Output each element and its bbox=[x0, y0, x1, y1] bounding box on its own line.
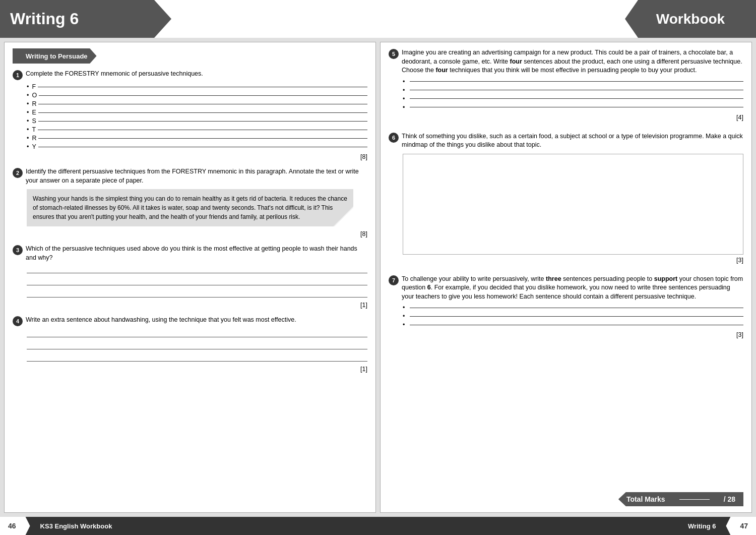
section-title: Writing to Persuade bbox=[26, 52, 88, 60]
workbook-label: Workbook bbox=[656, 11, 725, 27]
answer-line[interactable] bbox=[27, 277, 367, 285]
q1-letters: F O R E S T R Y bbox=[27, 83, 367, 150]
total-marks-label: Total Marks bbox=[626, 495, 665, 503]
footer-label-right: Writing 6 bbox=[678, 517, 726, 535]
list-item bbox=[403, 87, 743, 94]
q7-bullets bbox=[403, 304, 743, 328]
footer: 46 KS3 English Workbook Writing 6 47 bbox=[0, 517, 756, 535]
mindmap-box[interactable] bbox=[403, 154, 743, 255]
passage-box: Washing your hands is the simplest thing… bbox=[27, 189, 353, 226]
q6-number: 6 bbox=[389, 133, 399, 143]
answer-line[interactable] bbox=[27, 341, 367, 349]
list-item: T bbox=[27, 126, 367, 133]
header: Writing 6 Workbook bbox=[0, 0, 756, 38]
section-header: Writing to Persuade bbox=[13, 48, 367, 64]
footer-page-right: 47 bbox=[726, 517, 756, 535]
header-left: Writing 6 bbox=[0, 0, 171, 38]
q4-marks: [1] bbox=[360, 366, 367, 373]
right-panel: 5 Imagine you are creating an advertisin… bbox=[380, 42, 752, 513]
page-curl-icon bbox=[333, 206, 353, 226]
question-7: 7 To challenge your ability to write per… bbox=[389, 275, 743, 343]
question-5: 5 Imagine you are creating an advertisin… bbox=[389, 48, 743, 125]
q7-number: 7 bbox=[389, 275, 399, 285]
q4-answer-area[interactable] bbox=[27, 329, 367, 362]
header-title-shape: Writing 6 bbox=[0, 0, 171, 38]
answer-line[interactable] bbox=[27, 289, 367, 298]
list-item: R bbox=[27, 135, 367, 142]
list-item: Y bbox=[27, 143, 367, 150]
q6-text: Think of something you dislike, such as … bbox=[402, 132, 743, 150]
footer-label-left: KS3 English Workbook bbox=[30, 517, 122, 535]
list-item bbox=[403, 313, 743, 320]
section-header-shape: Writing to Persuade bbox=[13, 48, 97, 64]
q1-marks: [8] bbox=[360, 153, 367, 160]
list-item bbox=[403, 321, 743, 328]
list-item bbox=[403, 304, 743, 311]
q1-number: 1 bbox=[13, 70, 23, 80]
left-panel: Writing to Persuade 1 Complete the FORES… bbox=[4, 42, 376, 513]
footer-page-left: 46 bbox=[0, 517, 30, 535]
page-title: Writing 6 bbox=[10, 10, 79, 28]
q5-text: Imagine you are creating an advertising … bbox=[402, 48, 743, 75]
passage-text: Washing your hands is the simplest thing… bbox=[33, 195, 347, 220]
q7-marks: [3] bbox=[736, 331, 743, 338]
list-item: E bbox=[27, 109, 367, 116]
question-4: 4 Write an extra sentence about handwash… bbox=[13, 316, 367, 373]
q3-marks: [1] bbox=[360, 302, 367, 309]
q5-marks: [4] bbox=[736, 114, 743, 121]
q3-answer-area[interactable] bbox=[27, 265, 367, 298]
q3-text: Which of the persuasive techniques used … bbox=[26, 245, 367, 262]
q6-marks: [3] bbox=[736, 257, 743, 264]
question-6: 6 Think of something you dislike, such a… bbox=[389, 132, 743, 268]
total-marks-line[interactable] bbox=[679, 499, 710, 500]
list-item bbox=[403, 104, 743, 111]
question-2: 2 Identify the different persuasive tech… bbox=[13, 167, 367, 237]
answer-line[interactable] bbox=[27, 353, 367, 362]
q4-number: 4 bbox=[13, 316, 23, 326]
list-item: F bbox=[27, 83, 367, 90]
footer-left: 46 KS3 English Workbook bbox=[0, 517, 122, 535]
question-1: 1 Complete the FORESTRY mnemonic of pers… bbox=[13, 70, 367, 160]
list-item bbox=[403, 78, 743, 85]
q3-number: 3 bbox=[13, 245, 23, 255]
total-marks-footer: Total Marks / 28 bbox=[389, 488, 743, 506]
list-item: O bbox=[27, 92, 367, 99]
q4-text: Write an extra sentence about handwashin… bbox=[26, 316, 367, 325]
q2-marks: [8] bbox=[360, 230, 367, 237]
q2-text: Identify the different persuasive techni… bbox=[26, 167, 367, 185]
q5-number: 5 bbox=[389, 49, 399, 59]
list-item: R bbox=[27, 100, 367, 107]
answer-line[interactable] bbox=[27, 265, 367, 273]
main-content: Writing to Persuade 1 Complete the FORES… bbox=[0, 38, 756, 517]
q1-text: Complete the FORESTRY mnemonic of persua… bbox=[26, 70, 367, 79]
footer-right: Writing 6 47 bbox=[678, 517, 756, 535]
total-marks-denominator: / 28 bbox=[724, 495, 735, 503]
q5-bullets bbox=[403, 78, 743, 111]
list-item: S bbox=[27, 117, 367, 125]
list-item bbox=[403, 95, 743, 102]
total-marks-box: Total Marks / 28 bbox=[618, 492, 743, 506]
answer-line[interactable] bbox=[27, 329, 367, 337]
header-right-shape: Workbook bbox=[625, 0, 756, 38]
q7-text: To challenge your ability to write persu… bbox=[402, 275, 743, 302]
q2-number: 2 bbox=[13, 168, 23, 178]
arrow-icon bbox=[17, 51, 23, 61]
question-3: 3 Which of the persuasive techniques use… bbox=[13, 245, 367, 309]
